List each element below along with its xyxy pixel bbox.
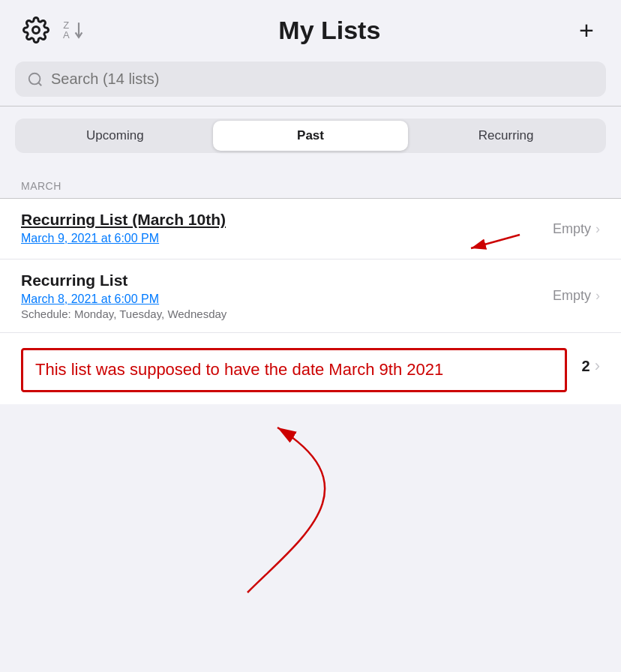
search-container bbox=[0, 56, 621, 106]
search-input[interactable] bbox=[51, 70, 594, 88]
annotation-row: This list was supposed to have the date … bbox=[0, 333, 621, 404]
chevron-icon-1: › bbox=[596, 221, 600, 237]
annotation-box: This list was supposed to have the date … bbox=[21, 348, 567, 392]
list-item-2[interactable]: Recurring List March 8, 2021 at 6:00 PM … bbox=[0, 260, 621, 333]
chevron-icon-3: › bbox=[595, 356, 600, 376]
empty-label-2: Empty bbox=[553, 288, 591, 304]
list-item[interactable]: Recurring List (March 10th) March 9, 202… bbox=[0, 199, 621, 260]
sort-bottom-label: A bbox=[63, 30, 70, 40]
chevron-icon-2: › bbox=[596, 288, 600, 304]
svg-point-0 bbox=[33, 27, 40, 34]
list-item-content-1: Recurring List (March 10th) March 9, 202… bbox=[21, 211, 553, 247]
svg-line-3 bbox=[38, 82, 41, 86]
list-item-date-2: March 8, 2021 at 6:00 PM bbox=[21, 292, 553, 306]
list-item-date-1: March 9, 2021 at 6:00 PM bbox=[21, 232, 553, 245]
list-item-right-2: Empty › bbox=[553, 288, 600, 304]
search-icon bbox=[27, 71, 44, 88]
svg-point-2 bbox=[29, 73, 40, 84]
annotation-count-right[interactable]: 2 › bbox=[582, 356, 600, 376]
list-item-schedule-2: Schedule: Monday, Tuesday, Wednesday bbox=[21, 308, 553, 320]
page-title: My Lists bbox=[86, 16, 573, 45]
list-item-right-1: Empty › bbox=[553, 221, 600, 237]
empty-label-1: Empty bbox=[553, 221, 591, 237]
header: Z A My Lists + bbox=[0, 0, 621, 56]
add-button[interactable]: + bbox=[573, 16, 600, 44]
tabs-container: Upcoming Past Recurring bbox=[15, 118, 606, 153]
gear-icon[interactable] bbox=[21, 15, 51, 45]
tab-recurring[interactable]: Recurring bbox=[408, 121, 604, 151]
annotation-count: 2 bbox=[582, 358, 590, 375]
annotation-text: This list was supposed to have the date … bbox=[35, 359, 553, 381]
search-bar[interactable] bbox=[15, 62, 606, 97]
sort-za-icon[interactable]: Z A bbox=[63, 20, 86, 40]
tab-upcoming[interactable]: Upcoming bbox=[17, 121, 213, 151]
list-item-title-2: Recurring List bbox=[21, 272, 553, 290]
tab-past[interactable]: Past bbox=[213, 121, 409, 151]
header-left: Z A bbox=[21, 15, 86, 45]
list-item-title-1: Recurring List (March 10th) bbox=[21, 211, 553, 229]
list-section: MARCH Recurring List (March 10th) March … bbox=[0, 165, 621, 404]
section-month-label: MARCH bbox=[0, 165, 621, 198]
list-item-content-2: Recurring List March 8, 2021 at 6:00 PM … bbox=[21, 272, 553, 320]
header-divider bbox=[0, 106, 621, 106]
